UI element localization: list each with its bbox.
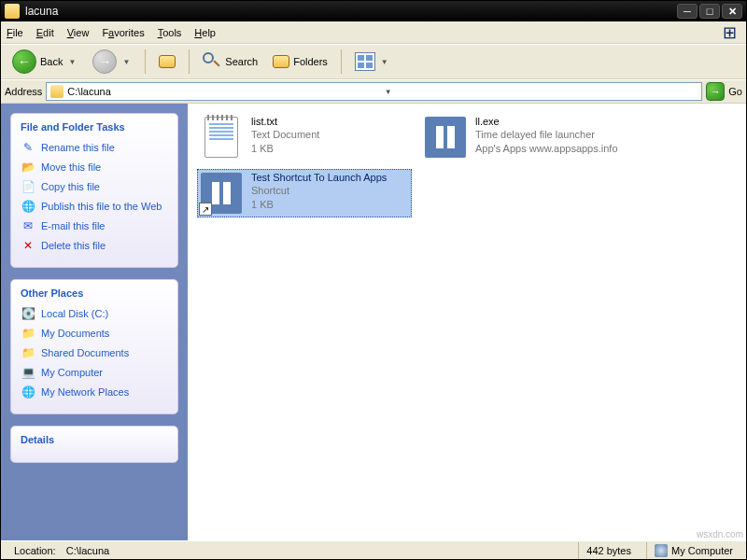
disk-icon: 💽	[21, 306, 35, 321]
status-bytes: 442 bytes	[578, 542, 639, 559]
panel-title[interactable]: Details	[21, 434, 168, 445]
file-folder-tasks-panel: File and Folder Tasks ✎Rename this file …	[10, 113, 178, 268]
forward-arrow-icon: →	[92, 49, 117, 74]
other-places-panel: Other Places 💽Local Disk (C:) 📁My Docume…	[10, 279, 178, 414]
address-path: C:\lacuna	[67, 86, 378, 97]
watermark: wsxdn.com	[697, 529, 743, 539]
panel-title[interactable]: Other Places	[21, 287, 168, 299]
file-publisher: App's Apps www.appsapps.info	[475, 142, 634, 155]
menu-view[interactable]: View	[67, 27, 90, 38]
file-list[interactable]: list.txt Text Document 1 KB ll.exe Time …	[188, 104, 746, 540]
window-title: lacuna	[25, 5, 675, 18]
delete-icon: ✕	[21, 238, 35, 253]
views-icon	[355, 52, 375, 71]
shared-icon: 📁	[21, 345, 35, 360]
windows-flag-icon: ⊞	[718, 22, 740, 43]
rename-icon: ✎	[21, 140, 35, 155]
task-delete[interactable]: ✕Delete this file	[21, 238, 168, 253]
up-folder-icon	[159, 55, 176, 68]
file-type: Shortcut	[251, 184, 410, 197]
go-label: Go	[728, 86, 742, 97]
back-button[interactable]: ← Back ▼	[7, 47, 83, 77]
file-item-selected[interactable]: ↗ Test Shortcut To Launch Apps Shortcut …	[197, 169, 412, 217]
status-computer: My Computer	[646, 542, 740, 559]
task-pane: File and Folder Tasks ✎Rename this file …	[1, 104, 188, 540]
status-location: Location: C:\lacuna	[7, 542, 571, 559]
address-folder-icon	[50, 85, 63, 98]
file-name: ll.exe	[475, 115, 634, 128]
task-copy[interactable]: 📄Copy this file	[21, 179, 168, 194]
details-panel: Details	[10, 426, 178, 463]
file-size: 1 KB	[251, 142, 410, 155]
computer-icon	[655, 544, 668, 557]
file-item[interactable]: ll.exe Time delayed file launcher App's …	[421, 113, 636, 161]
menu-favorites[interactable]: Favorites	[102, 27, 144, 38]
documents-icon: 📁	[21, 326, 35, 341]
folders-label: Folders	[293, 56, 328, 67]
folders-icon	[273, 55, 289, 68]
toolbar-separator	[189, 49, 190, 74]
search-button[interactable]: Search	[197, 49, 263, 74]
file-size: 1 KB	[251, 198, 410, 211]
close-button[interactable]: ✕	[722, 4, 742, 19]
search-label: Search	[225, 56, 258, 67]
computer-icon: 💻	[21, 365, 35, 380]
text-file-icon	[199, 115, 244, 160]
place-local-disk[interactable]: 💽Local Disk (C:)	[21, 306, 168, 321]
file-type: Text Document	[251, 128, 410, 141]
task-publish[interactable]: 🌐Publish this file to the Web	[21, 199, 168, 214]
place-my-documents[interactable]: 📁My Documents	[21, 326, 168, 341]
file-type: Time delayed file launcher	[475, 128, 634, 141]
menu-bar: File Edit View Favorites Tools Help ⊞	[1, 21, 746, 44]
maximize-button[interactable]: □	[699, 4, 720, 19]
copy-icon: 📄	[21, 179, 35, 194]
place-network[interactable]: 🌐My Network Places	[21, 385, 168, 399]
title-bar[interactable]: lacuna ─ □ ✕	[1, 1, 746, 21]
views-button[interactable]: ▼	[349, 49, 396, 74]
search-icon	[203, 52, 221, 71]
place-shared-documents[interactable]: 📁Shared Documents	[21, 345, 168, 360]
forward-dropdown-icon[interactable]: ▼	[120, 58, 132, 66]
file-name: Test Shortcut To Launch Apps	[251, 171, 410, 184]
file-item[interactable]: list.txt Text Document 1 KB	[197, 113, 412, 161]
menu-file[interactable]: File	[7, 27, 23, 38]
task-email[interactable]: ✉E-mail this file	[21, 218, 168, 233]
go-button[interactable]: →	[706, 82, 725, 101]
email-icon: ✉	[21, 218, 35, 233]
folders-button[interactable]: Folders	[267, 52, 333, 71]
toolbar-separator	[145, 49, 146, 74]
address-bar: Address C:\lacuna ▼ → Go	[1, 79, 746, 104]
menu-edit[interactable]: Edit	[36, 27, 54, 38]
exe-file-icon	[423, 115, 468, 160]
toolbar-separator	[341, 49, 342, 74]
move-icon: 📂	[21, 160, 35, 175]
forward-button[interactable]: → ▼	[87, 47, 137, 77]
file-name: list.txt	[251, 115, 410, 128]
back-dropdown-icon[interactable]: ▼	[66, 58, 78, 66]
shortcut-file-icon: ↗	[199, 171, 244, 216]
back-arrow-icon: ←	[12, 49, 36, 74]
place-my-computer[interactable]: 💻My Computer	[21, 365, 168, 380]
toolbar: ← Back ▼ → ▼ Search Folders ▼	[1, 44, 746, 79]
views-dropdown-icon[interactable]: ▼	[379, 58, 390, 66]
up-button[interactable]	[153, 52, 181, 71]
task-rename[interactable]: ✎Rename this file	[21, 140, 168, 155]
back-label: Back	[40, 56, 63, 67]
publish-icon: 🌐	[21, 199, 35, 214]
address-label: Address	[5, 86, 42, 97]
explorer-window: lacuna ─ □ ✕ File Edit View Favorites To…	[0, 0, 747, 560]
menu-tools[interactable]: Tools	[158, 27, 182, 38]
panel-title[interactable]: File and Folder Tasks	[21, 121, 168, 133]
address-dropdown-icon[interactable]: ▼	[383, 88, 698, 96]
menu-help[interactable]: Help	[194, 27, 216, 38]
shortcut-arrow-icon: ↗	[199, 203, 212, 216]
content-area: File and Folder Tasks ✎Rename this file …	[1, 104, 746, 540]
status-bar: Location: C:\lacuna 442 bytes My Compute…	[1, 540, 746, 559]
task-move[interactable]: 📂Move this file	[21, 160, 168, 175]
window-folder-icon	[5, 4, 20, 19]
minimize-button[interactable]: ─	[677, 4, 698, 19]
network-icon: 🌐	[21, 385, 35, 399]
address-input[interactable]: C:\lacuna ▼	[46, 82, 702, 101]
